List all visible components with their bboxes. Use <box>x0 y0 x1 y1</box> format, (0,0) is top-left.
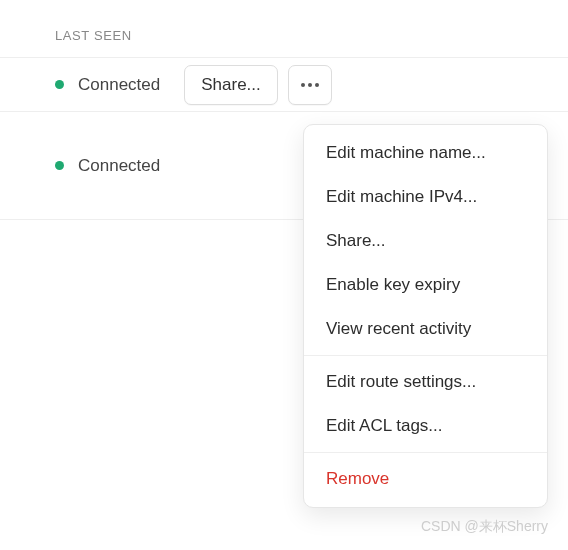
share-button[interactable]: Share... <box>184 65 278 105</box>
watermark: CSDN @来杯Sherry <box>421 518 548 536</box>
status-text: Connected <box>78 156 160 176</box>
menu-item-edit-machine-name[interactable]: Edit machine name... <box>304 131 547 175</box>
row-actions: Share... <box>184 65 332 105</box>
menu-item-view-recent-activity[interactable]: View recent activity <box>304 307 547 351</box>
menu-item-share[interactable]: Share... <box>304 219 547 263</box>
menu-item-edit-acl-tags[interactable]: Edit ACL tags... <box>304 404 547 448</box>
menu-item-enable-key-expiry[interactable]: Enable key expiry <box>304 263 547 307</box>
menu-item-remove[interactable]: Remove <box>304 457 547 501</box>
menu-item-edit-route-settings[interactable]: Edit route settings... <box>304 360 547 404</box>
ellipsis-icon <box>301 83 319 87</box>
status-dot-icon <box>55 161 64 170</box>
table-row: Connected Share... <box>0 57 568 111</box>
menu-separator <box>304 355 547 356</box>
column-header-last-seen: LAST SEEN <box>0 0 568 57</box>
status-text: Connected <box>78 75 160 95</box>
menu-item-edit-machine-ipv4[interactable]: Edit machine IPv4... <box>304 175 547 219</box>
more-button[interactable] <box>288 65 332 105</box>
status-dot-icon <box>55 80 64 89</box>
context-menu: Edit machine name... Edit machine IPv4..… <box>303 124 548 508</box>
menu-separator <box>304 452 547 453</box>
